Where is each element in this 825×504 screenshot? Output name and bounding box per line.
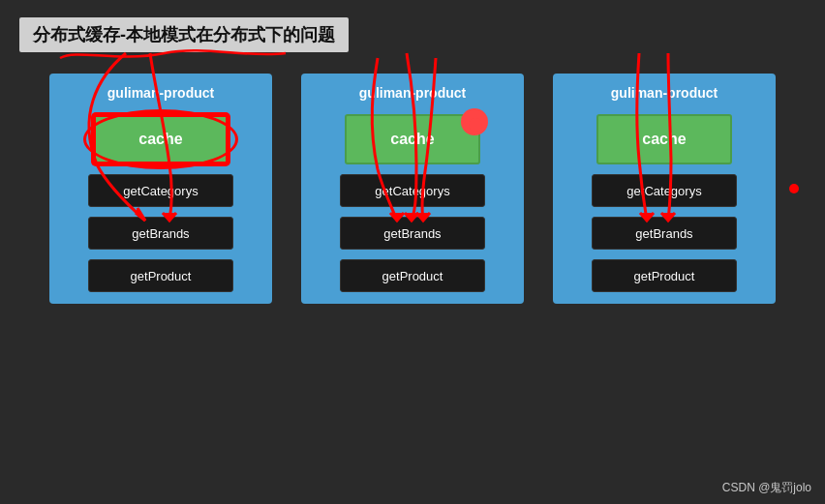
service-title: guliman-product bbox=[359, 85, 466, 101]
btn-getproduct[interactable]: getProduct bbox=[340, 259, 485, 292]
red-dot-indicator bbox=[469, 118, 482, 132]
btn-getproduct[interactable]: getProduct bbox=[592, 259, 737, 292]
cache-box: cache bbox=[93, 114, 229, 164]
btn-getproduct[interactable]: getProduct bbox=[88, 259, 233, 292]
service-title: guliman-product bbox=[611, 85, 718, 101]
watermark: CSDN @鬼罚jolo bbox=[722, 480, 811, 496]
btn-getbrands[interactable]: getBrands bbox=[592, 217, 737, 250]
service-title: guliman-product bbox=[107, 85, 214, 101]
cache-box: cache bbox=[596, 114, 732, 164]
btn-getcategorys[interactable]: getCategorys bbox=[592, 174, 737, 207]
btn-getbrands[interactable]: getBrands bbox=[88, 217, 233, 250]
red-oval-indicator bbox=[83, 109, 238, 169]
service-card-3: guliman-productcachegetCategorysgetBrand… bbox=[553, 74, 776, 304]
cards-row: guliman-productcachegetCategorysgetBrand… bbox=[19, 74, 806, 304]
btn-getcategorys[interactable]: getCategorys bbox=[340, 174, 485, 207]
service-card-1: guliman-productcachegetCategorysgetBrand… bbox=[49, 74, 272, 304]
service-card-2: guliman-productcachegetCategorysgetBrand… bbox=[301, 74, 524, 304]
page-title: 分布式缓存-本地模式在分布式下的问题 bbox=[33, 25, 335, 44]
btn-getcategorys[interactable]: getCategorys bbox=[88, 174, 233, 207]
cache-box: cache bbox=[345, 114, 480, 164]
btn-getbrands[interactable]: getBrands bbox=[340, 217, 485, 250]
main-container: 分布式缓存-本地模式在分布式下的问题 bbox=[0, 0, 825, 504]
